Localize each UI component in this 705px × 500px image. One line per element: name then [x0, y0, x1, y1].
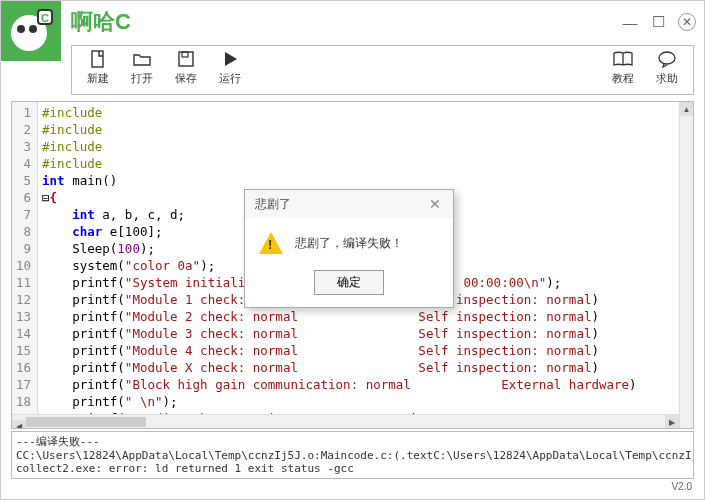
dialog-ok-button[interactable]: 确定: [314, 270, 384, 295]
dialog-title: 悲剧了: [255, 196, 291, 213]
dialog-message: 悲剧了，编译失败！: [295, 235, 403, 252]
dialog-backdrop: 悲剧了 ✕ 悲剧了，编译失败！ 确定: [0, 0, 705, 500]
warning-icon: [259, 232, 283, 254]
dialog-titlebar[interactable]: 悲剧了 ✕: [245, 190, 453, 218]
dialog-close-button[interactable]: ✕: [423, 196, 447, 212]
error-dialog: 悲剧了 ✕ 悲剧了，编译失败！ 确定: [244, 189, 454, 308]
